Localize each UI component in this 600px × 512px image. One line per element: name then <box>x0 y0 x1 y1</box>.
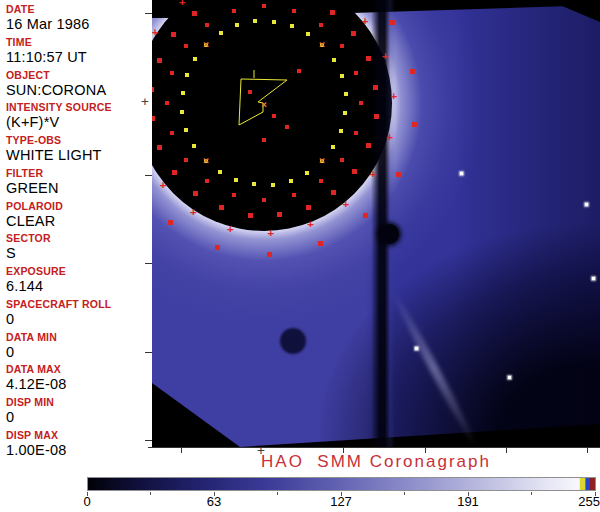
metadata-label: SECTOR <box>6 232 152 245</box>
fiducial-dot <box>248 90 252 94</box>
fiducial-plus-mark: + <box>360 16 370 26</box>
fiducial-dot <box>152 116 155 121</box>
metadata-field: POLAROIDCLEAR <box>6 200 152 233</box>
fiducial-dot <box>277 212 282 217</box>
colorbar-tick-label: 255 <box>578 495 600 509</box>
fiducial-dot <box>320 43 324 47</box>
fiducial-dot <box>285 125 289 129</box>
colorbar-minor-tick <box>531 492 532 495</box>
fiducial-dot <box>390 20 395 25</box>
metadata-label: INTENSITY SOURCE <box>6 101 152 114</box>
fiducial-dot <box>192 11 197 16</box>
metadata-value: 16 Mar 1986 <box>6 16 152 33</box>
colorbar-tick-label: 191 <box>457 495 479 509</box>
colorbar-minor-tick <box>150 492 151 495</box>
metadata-value: WHITE LIGHT <box>6 147 152 164</box>
fiducial-dot <box>366 56 371 61</box>
fiducial-dot <box>193 191 198 196</box>
fiducial-x-mark: × <box>260 100 269 109</box>
colorbar-minor-tick <box>404 492 405 495</box>
fiducial-dot <box>185 73 189 77</box>
fiducial-dot <box>343 111 347 115</box>
fiducial-dot <box>262 198 266 202</box>
fiducial-dot <box>339 129 343 133</box>
metadata-value: 4.12E-08 <box>6 376 152 393</box>
sun-center-marker-left: + <box>141 94 149 109</box>
fiducial-plus-mark: + <box>306 219 316 229</box>
fiducial-dot <box>262 138 266 142</box>
metadata-field: DATE16 Mar 1986 <box>6 3 152 36</box>
fiducial-plus-mark: + <box>341 199 351 209</box>
metadata-field: FILTERGREEN <box>6 167 152 200</box>
fiducial-dot <box>204 43 208 47</box>
fiducial-dot <box>366 143 371 148</box>
fiducial-dot <box>192 144 196 148</box>
metadata-label: DATE <box>6 3 152 16</box>
colorbar-tick-label: 63 <box>207 495 221 509</box>
colorbar <box>87 477 596 491</box>
fiducial-dot <box>331 190 336 195</box>
fiducial-dot <box>181 91 185 95</box>
app-window: DATE16 Mar 1986TIME11:10:57 UTOBJECTSUN:… <box>0 0 600 512</box>
fiducial-dot <box>272 114 276 118</box>
fiducial-dot <box>184 158 188 162</box>
left-axis-tick <box>145 352 152 353</box>
metadata-value: 11:10:57 UT <box>6 49 152 66</box>
metadata-field: TIME11:10:57 UT <box>6 36 152 69</box>
fiducial-dot <box>359 101 363 105</box>
fiducial-dot <box>204 159 208 163</box>
fiducial-dot <box>340 74 344 78</box>
fiducial-dot <box>340 44 344 48</box>
metadata-label: TYPE-OBS <box>6 134 152 147</box>
fiducial-plus-mark: + <box>152 27 160 37</box>
metadata-value: 1.00E-08 <box>6 442 152 459</box>
main-image-canvas: ××××+++++++++++++× <box>152 0 600 447</box>
fiducial-dot <box>352 169 357 174</box>
fiducial-dot <box>412 122 417 127</box>
bottom-axis-line <box>148 447 600 448</box>
fiducial-dot <box>170 71 174 75</box>
metadata-label: DATA MIN <box>6 331 152 344</box>
fiducial-dot <box>165 101 169 105</box>
metadata-label: TIME <box>6 36 152 49</box>
fiducial-dot <box>373 85 378 90</box>
fiducial-dot <box>193 57 197 61</box>
left-axis-tick <box>145 263 152 264</box>
fiducial-dot <box>332 58 336 62</box>
fiducial-plus-mark: + <box>188 207 198 217</box>
fiducial-dot <box>272 20 276 24</box>
fiducial-dot <box>410 69 415 74</box>
metadata-value: 6.144 <box>6 278 152 295</box>
metadata-field: DATA MIN0 <box>6 331 152 364</box>
metadata-value: (K+F)*V <box>6 114 152 131</box>
fiducial-plus-mark: + <box>380 51 390 61</box>
fiducial-dot <box>180 110 184 114</box>
fiducial-dot <box>170 131 174 135</box>
fiducial-dot <box>184 44 188 48</box>
colorbar-minor-tick <box>277 492 278 495</box>
metadata-label: OBJECT <box>6 69 152 82</box>
colorbar-tick-label: 0 <box>83 495 90 509</box>
fiducial-dot <box>152 87 154 92</box>
metadata-label: EXPOSURE <box>6 265 152 278</box>
fiducial-plus-mark: + <box>266 228 276 238</box>
star-dot <box>460 172 463 175</box>
fiducial-dot <box>318 241 323 246</box>
fiducial-dot <box>354 131 358 135</box>
metadata-value: GREEN <box>6 180 152 197</box>
fiducial-dot <box>171 32 176 37</box>
metadata-field: EXPOSURE6.144 <box>6 265 152 298</box>
fiducial-dot <box>344 92 348 96</box>
fiducial-dot <box>363 213 368 218</box>
fiducial-dot <box>330 10 335 15</box>
fiducial-dot <box>290 24 294 28</box>
fiducial-dot <box>215 245 220 250</box>
metadata-field: OBJECTSUN:CORONA <box>6 69 152 102</box>
fiducial-dot <box>306 205 311 210</box>
fiducial-dot <box>267 252 272 257</box>
fiducial-dot <box>218 170 222 174</box>
metadata-field: INTENSITY SOURCE(K+F)*V <box>6 101 152 134</box>
fiducial-dot <box>297 69 301 73</box>
colorbar-tick-label: 127 <box>330 495 352 509</box>
left-axis-tick <box>145 440 152 441</box>
